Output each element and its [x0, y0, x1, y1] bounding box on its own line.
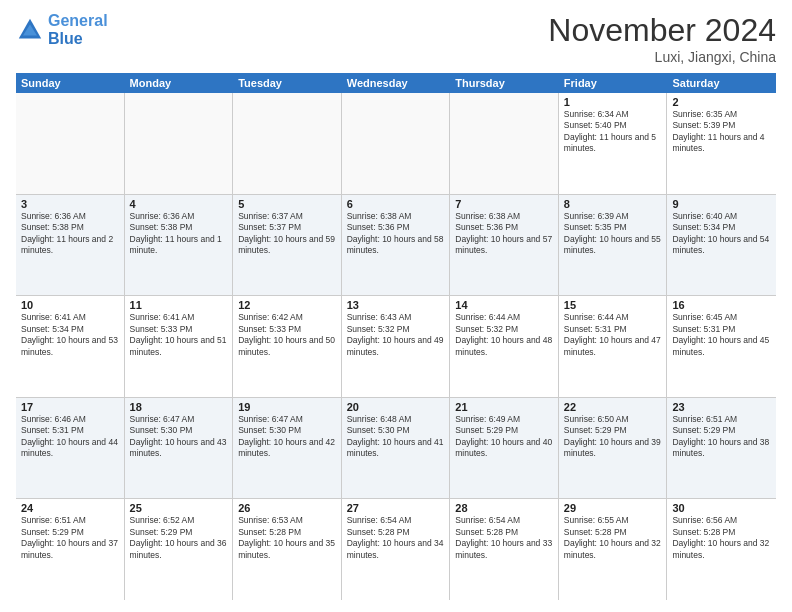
- header-cell-saturday: Saturday: [667, 73, 776, 93]
- calendar: SundayMondayTuesdayWednesdayThursdayFrid…: [16, 73, 776, 600]
- day-number: 20: [347, 401, 445, 413]
- day-info: Sunrise: 6:49 AMSunset: 5:29 PMDaylight:…: [455, 414, 553, 460]
- calendar-row-4: 24Sunrise: 6:51 AMSunset: 5:29 PMDayligh…: [16, 499, 776, 600]
- day-info: Sunrise: 6:46 AMSunset: 5:31 PMDaylight:…: [21, 414, 119, 460]
- day-number: 15: [564, 299, 662, 311]
- day-number: 29: [564, 502, 662, 514]
- calendar-cell-28: 28Sunrise: 6:54 AMSunset: 5:28 PMDayligh…: [450, 499, 559, 600]
- day-info: Sunrise: 6:34 AMSunset: 5:40 PMDaylight:…: [564, 109, 662, 155]
- day-number: 14: [455, 299, 553, 311]
- calendar-header: SundayMondayTuesdayWednesdayThursdayFrid…: [16, 73, 776, 93]
- calendar-cell-empty: [233, 93, 342, 194]
- day-info: Sunrise: 6:51 AMSunset: 5:29 PMDaylight:…: [21, 515, 119, 561]
- calendar-row-0: 1Sunrise: 6:34 AMSunset: 5:40 PMDaylight…: [16, 93, 776, 195]
- calendar-cell-18: 18Sunrise: 6:47 AMSunset: 5:30 PMDayligh…: [125, 398, 234, 499]
- calendar-cell-26: 26Sunrise: 6:53 AMSunset: 5:28 PMDayligh…: [233, 499, 342, 600]
- calendar-cell-11: 11Sunrise: 6:41 AMSunset: 5:33 PMDayligh…: [125, 296, 234, 397]
- calendar-cell-14: 14Sunrise: 6:44 AMSunset: 5:32 PMDayligh…: [450, 296, 559, 397]
- calendar-cell-4: 4Sunrise: 6:36 AMSunset: 5:38 PMDaylight…: [125, 195, 234, 296]
- day-info: Sunrise: 6:52 AMSunset: 5:29 PMDaylight:…: [130, 515, 228, 561]
- day-info: Sunrise: 6:56 AMSunset: 5:28 PMDaylight:…: [672, 515, 771, 561]
- day-info: Sunrise: 6:39 AMSunset: 5:35 PMDaylight:…: [564, 211, 662, 257]
- day-info: Sunrise: 6:54 AMSunset: 5:28 PMDaylight:…: [347, 515, 445, 561]
- day-number: 3: [21, 198, 119, 210]
- logo-icon: [16, 16, 44, 44]
- page: General Blue November 2024 Luxi, Jiangxi…: [0, 0, 792, 612]
- calendar-cell-3: 3Sunrise: 6:36 AMSunset: 5:38 PMDaylight…: [16, 195, 125, 296]
- day-number: 12: [238, 299, 336, 311]
- day-number: 16: [672, 299, 771, 311]
- day-info: Sunrise: 6:53 AMSunset: 5:28 PMDaylight:…: [238, 515, 336, 561]
- header-cell-monday: Monday: [125, 73, 234, 93]
- calendar-cell-empty: [16, 93, 125, 194]
- day-info: Sunrise: 6:51 AMSunset: 5:29 PMDaylight:…: [672, 414, 771, 460]
- calendar-row-3: 17Sunrise: 6:46 AMSunset: 5:31 PMDayligh…: [16, 398, 776, 500]
- calendar-cell-21: 21Sunrise: 6:49 AMSunset: 5:29 PMDayligh…: [450, 398, 559, 499]
- day-number: 13: [347, 299, 445, 311]
- day-info: Sunrise: 6:41 AMSunset: 5:33 PMDaylight:…: [130, 312, 228, 358]
- day-number: 6: [347, 198, 445, 210]
- day-info: Sunrise: 6:38 AMSunset: 5:36 PMDaylight:…: [455, 211, 553, 257]
- calendar-cell-2: 2Sunrise: 6:35 AMSunset: 5:39 PMDaylight…: [667, 93, 776, 194]
- day-number: 30: [672, 502, 771, 514]
- day-info: Sunrise: 6:44 AMSunset: 5:32 PMDaylight:…: [455, 312, 553, 358]
- logo-text: General Blue: [48, 12, 108, 47]
- calendar-cell-30: 30Sunrise: 6:56 AMSunset: 5:28 PMDayligh…: [667, 499, 776, 600]
- day-info: Sunrise: 6:55 AMSunset: 5:28 PMDaylight:…: [564, 515, 662, 561]
- day-info: Sunrise: 6:38 AMSunset: 5:36 PMDaylight:…: [347, 211, 445, 257]
- day-info: Sunrise: 6:54 AMSunset: 5:28 PMDaylight:…: [455, 515, 553, 561]
- day-info: Sunrise: 6:44 AMSunset: 5:31 PMDaylight:…: [564, 312, 662, 358]
- calendar-cell-1: 1Sunrise: 6:34 AMSunset: 5:40 PMDaylight…: [559, 93, 668, 194]
- day-number: 7: [455, 198, 553, 210]
- header-cell-friday: Friday: [559, 73, 668, 93]
- calendar-cell-15: 15Sunrise: 6:44 AMSunset: 5:31 PMDayligh…: [559, 296, 668, 397]
- day-number: 18: [130, 401, 228, 413]
- calendar-cell-5: 5Sunrise: 6:37 AMSunset: 5:37 PMDaylight…: [233, 195, 342, 296]
- day-info: Sunrise: 6:36 AMSunset: 5:38 PMDaylight:…: [130, 211, 228, 257]
- day-number: 21: [455, 401, 553, 413]
- logo-line2: Blue: [48, 30, 83, 47]
- logo-line1: General: [48, 12, 108, 29]
- location: Luxi, Jiangxi, China: [548, 49, 776, 65]
- header-cell-wednesday: Wednesday: [342, 73, 451, 93]
- day-info: Sunrise: 6:37 AMSunset: 5:37 PMDaylight:…: [238, 211, 336, 257]
- title-section: November 2024 Luxi, Jiangxi, China: [548, 12, 776, 65]
- day-info: Sunrise: 6:36 AMSunset: 5:38 PMDaylight:…: [21, 211, 119, 257]
- day-info: Sunrise: 6:35 AMSunset: 5:39 PMDaylight:…: [672, 109, 771, 155]
- header-cell-tuesday: Tuesday: [233, 73, 342, 93]
- day-number: 2: [672, 96, 771, 108]
- day-info: Sunrise: 6:47 AMSunset: 5:30 PMDaylight:…: [130, 414, 228, 460]
- day-number: 23: [672, 401, 771, 413]
- calendar-cell-23: 23Sunrise: 6:51 AMSunset: 5:29 PMDayligh…: [667, 398, 776, 499]
- day-number: 22: [564, 401, 662, 413]
- day-info: Sunrise: 6:43 AMSunset: 5:32 PMDaylight:…: [347, 312, 445, 358]
- day-info: Sunrise: 6:48 AMSunset: 5:30 PMDaylight:…: [347, 414, 445, 460]
- day-number: 26: [238, 502, 336, 514]
- calendar-cell-29: 29Sunrise: 6:55 AMSunset: 5:28 PMDayligh…: [559, 499, 668, 600]
- month-title: November 2024: [548, 12, 776, 49]
- calendar-cell-16: 16Sunrise: 6:45 AMSunset: 5:31 PMDayligh…: [667, 296, 776, 397]
- day-number: 4: [130, 198, 228, 210]
- calendar-cell-12: 12Sunrise: 6:42 AMSunset: 5:33 PMDayligh…: [233, 296, 342, 397]
- calendar-cell-7: 7Sunrise: 6:38 AMSunset: 5:36 PMDaylight…: [450, 195, 559, 296]
- calendar-cell-22: 22Sunrise: 6:50 AMSunset: 5:29 PMDayligh…: [559, 398, 668, 499]
- day-number: 28: [455, 502, 553, 514]
- header-cell-thursday: Thursday: [450, 73, 559, 93]
- calendar-cell-19: 19Sunrise: 6:47 AMSunset: 5:30 PMDayligh…: [233, 398, 342, 499]
- calendar-cell-25: 25Sunrise: 6:52 AMSunset: 5:29 PMDayligh…: [125, 499, 234, 600]
- day-number: 8: [564, 198, 662, 210]
- day-number: 19: [238, 401, 336, 413]
- day-info: Sunrise: 6:40 AMSunset: 5:34 PMDaylight:…: [672, 211, 771, 257]
- calendar-cell-empty: [450, 93, 559, 194]
- header-cell-sunday: Sunday: [16, 73, 125, 93]
- day-info: Sunrise: 6:47 AMSunset: 5:30 PMDaylight:…: [238, 414, 336, 460]
- header: General Blue November 2024 Luxi, Jiangxi…: [16, 12, 776, 65]
- day-number: 1: [564, 96, 662, 108]
- calendar-cell-27: 27Sunrise: 6:54 AMSunset: 5:28 PMDayligh…: [342, 499, 451, 600]
- calendar-row-1: 3Sunrise: 6:36 AMSunset: 5:38 PMDaylight…: [16, 195, 776, 297]
- calendar-cell-13: 13Sunrise: 6:43 AMSunset: 5:32 PMDayligh…: [342, 296, 451, 397]
- calendar-cell-24: 24Sunrise: 6:51 AMSunset: 5:29 PMDayligh…: [16, 499, 125, 600]
- calendar-cell-8: 8Sunrise: 6:39 AMSunset: 5:35 PMDaylight…: [559, 195, 668, 296]
- day-number: 5: [238, 198, 336, 210]
- calendar-cell-17: 17Sunrise: 6:46 AMSunset: 5:31 PMDayligh…: [16, 398, 125, 499]
